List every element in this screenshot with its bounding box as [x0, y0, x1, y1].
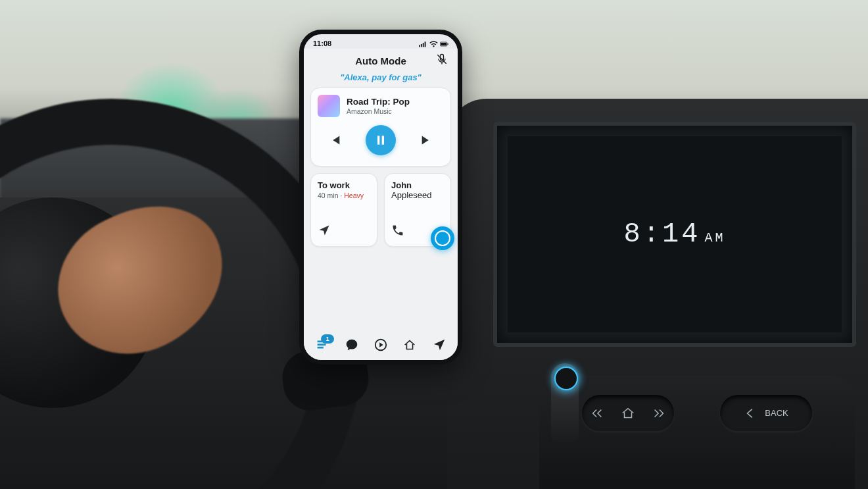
call-card-line2: Appleseed — [391, 190, 444, 200]
console-controls: BACK — [539, 375, 855, 489]
nav-eta: 40 min — [318, 192, 339, 199]
nav-traffic: Heavy — [344, 192, 364, 199]
clock-period: AM — [704, 230, 725, 245]
svg-rect-6 — [441, 43, 446, 45]
nav-card-subtitle: 40 min · Heavy — [318, 192, 370, 199]
alexa-button[interactable] — [431, 226, 454, 250]
infotainment-display: 8:14AM — [493, 122, 856, 347]
console-seek-button[interactable] — [582, 395, 674, 431]
wifi-icon — [429, 41, 438, 47]
next-button[interactable] — [418, 132, 435, 149]
echo-auto-light-ring — [554, 367, 578, 390]
call-card-line1: John — [391, 180, 444, 190]
svg-rect-0 — [419, 45, 420, 47]
app-title: Auto Mode — [355, 55, 406, 66]
now-playing-subtitle: Amazon Music — [347, 107, 410, 115]
album-art — [318, 95, 340, 117]
svg-rect-12 — [382, 136, 384, 144]
status-time: 11:08 — [313, 39, 331, 47]
svg-point-4 — [433, 45, 434, 47]
play-pause-button[interactable] — [366, 125, 396, 155]
navigate-to-work-card[interactable]: To work 40 min · Heavy — [310, 173, 377, 247]
svg-rect-11 — [377, 136, 379, 144]
voice-hint: "Alexa, pay for gas" — [304, 70, 458, 88]
bottom-tab-bar: 1 — [304, 330, 458, 361]
scene: 8:14AM BACK 11:08 — [0, 0, 868, 489]
previous-button[interactable] — [326, 132, 343, 149]
tab-home[interactable]: 1 — [312, 336, 332, 353]
tab-home-badge: 1 — [321, 334, 334, 344]
phone-icon — [391, 224, 404, 240]
svg-rect-3 — [425, 41, 426, 47]
tab-play[interactable] — [371, 336, 391, 353]
svg-rect-1 — [421, 44, 422, 47]
console-back-button[interactable]: BACK — [720, 395, 812, 431]
alexa-ring-icon — [435, 230, 450, 246]
call-contact-card[interactable]: John Appleseed — [384, 173, 451, 247]
svg-rect-2 — [423, 43, 424, 47]
now-playing-card[interactable]: Road Trip: Pop Amazon Music — [310, 88, 451, 167]
cellular-icon — [419, 41, 427, 47]
svg-rect-7 — [448, 43, 448, 45]
tab-communicate[interactable] — [342, 336, 362, 353]
navigation-arrow-icon — [318, 224, 331, 240]
shortcut-row: To work 40 min · Heavy John Appleseed — [310, 173, 451, 247]
nav-card-title: To work — [318, 180, 370, 190]
battery-icon — [440, 41, 448, 47]
tab-navigate[interactable] — [429, 336, 449, 353]
infotainment-screen[interactable]: 8:14AM — [508, 136, 842, 332]
echo-auto-device[interactable] — [551, 363, 579, 442]
now-playing-title: Road Trip: Pop — [347, 97, 410, 107]
status-bar: 11:08 — [304, 34, 458, 49]
status-icons — [419, 39, 448, 47]
mic-muted-icon[interactable] — [435, 53, 448, 68]
console-back-label: BACK — [765, 408, 788, 418]
alexa-auto-mode-app: Auto Mode "Alexa, pay for gas" Road Trip… — [304, 49, 458, 361]
tab-devices[interactable] — [400, 336, 420, 353]
infotainment-clock: 8:14AM — [624, 219, 726, 250]
transport-controls — [318, 117, 444, 159]
app-header: Auto Mode — [304, 49, 458, 70]
phone: 11:08 Auto Mode "Alexa, pay for gas" — [299, 30, 462, 365]
clock-time: 8:14 — [624, 219, 701, 250]
